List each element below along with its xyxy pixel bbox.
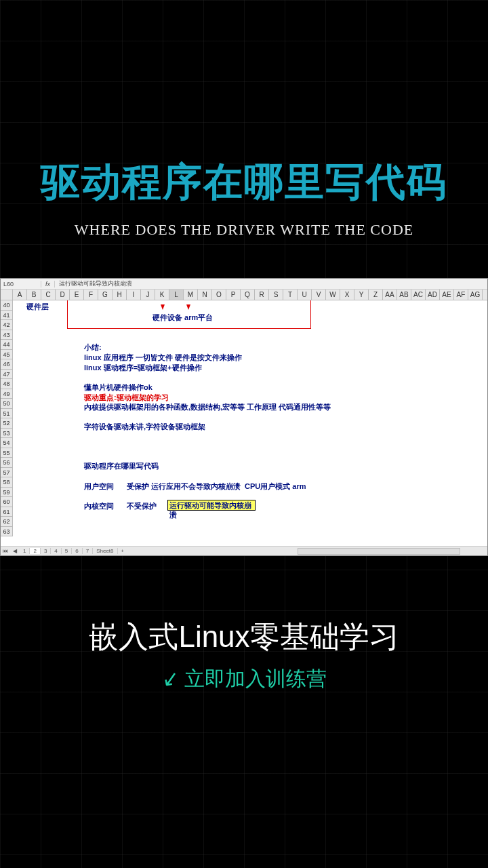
row-header[interactable]: 41 — [1, 311, 13, 321]
sheet-tab[interactable]: 6 — [72, 548, 82, 554]
row-header[interactable]: 49 — [1, 389, 13, 399]
content-cell: CPU用户模式 arm — [245, 481, 306, 492]
row-header[interactable]: 42 — [1, 320, 13, 330]
arrow-down-icon — [161, 304, 165, 310]
footer-cta[interactable]: ↙立即加入训练营 — [0, 665, 488, 693]
column-header[interactable]: Z — [369, 290, 383, 300]
footer-main-title: 嵌入式Linux零基础学习 — [0, 617, 488, 657]
tab-nav-first-icon[interactable]: ⏮ — [1, 548, 10, 554]
sheet-tab[interactable]: 7 — [83, 548, 93, 554]
content-cell: 受保护 运行应用不会导致内核崩溃 — [127, 481, 241, 492]
title-block: 驱动程序在哪里写代码 WHERE DOES THE DRIVER WRITE T… — [0, 156, 488, 239]
row-header[interactable]: 44 — [1, 340, 13, 350]
column-header[interactable]: AB — [397, 290, 411, 300]
column-header[interactable]: K — [155, 290, 169, 300]
row-header[interactable]: 48 — [1, 379, 13, 389]
content-line: 懂单片机硬件操作ok — [84, 382, 152, 393]
sub-title: WHERE DOES THE DRIVER WRITE THE CODE — [0, 221, 488, 239]
row-header[interactable]: 47 — [1, 370, 13, 380]
footer-block: 嵌入式Linux零基础学习 ↙立即加入训练营 — [0, 617, 488, 693]
content-line: 内核提供驱动框架用的各种函数,数据结构,宏等等 工作原理 代码通用性等等 — [84, 402, 331, 412]
content-line: 字符设备驱动来讲,字符设备驱动框架 — [84, 422, 205, 432]
row-header[interactable]: 63 — [1, 527, 13, 537]
column-header[interactable]: AD — [426, 290, 440, 300]
column-header[interactable]: A — [13, 290, 27, 300]
column-header[interactable]: E — [70, 290, 84, 300]
column-header[interactable]: B — [27, 290, 41, 300]
row-header[interactable]: 54 — [1, 438, 13, 448]
column-header[interactable]: AF — [454, 290, 468, 300]
row-header[interactable]: 55 — [1, 448, 13, 458]
arrow-down-icon — [186, 304, 190, 310]
column-header[interactable]: O — [212, 290, 226, 300]
column-header[interactable]: R — [255, 290, 269, 300]
horizontal-scrollbar[interactable] — [298, 548, 460, 555]
tab-add-icon[interactable]: + — [118, 548, 127, 554]
column-header[interactable]: W — [326, 290, 340, 300]
column-header[interactable]: G — [98, 290, 113, 300]
row-header[interactable]: 56 — [1, 458, 13, 468]
column-header[interactable]: AA — [383, 290, 397, 300]
column-header[interactable]: D — [56, 290, 70, 300]
column-header[interactable]: AG — [468, 290, 483, 300]
active-cell[interactable]: 运行驱动可能导致内核崩溃 — [167, 500, 256, 511]
column-header[interactable]: S — [269, 290, 283, 300]
grid-area[interactable]: 4041424344454647484950515253545556575859… — [1, 300, 487, 538]
row-header[interactable]: 51 — [1, 409, 13, 419]
sheet-tab[interactable]: 2 — [30, 548, 40, 554]
swoosh-arrow-icon: ↙ — [160, 665, 181, 692]
content-cell: 用户空间 — [84, 481, 114, 492]
tab-nav-prev-icon[interactable]: ◀ — [10, 548, 20, 554]
row-header[interactable]: 57 — [1, 468, 13, 478]
row-header[interactable]: 53 — [1, 429, 13, 439]
row-header[interactable]: 62 — [1, 517, 13, 527]
row-header[interactable]: 58 — [1, 477, 13, 488]
summary-title: 小结: — [84, 342, 102, 353]
column-headers: ABCDEFGHIJKLMNOPQRSTUVWXYZAAABACADAEAFAG — [1, 290, 487, 300]
column-header[interactable]: AE — [440, 290, 454, 300]
spreadsheet-window: L60 fx 运行驱动可能导致内核崩溃 ABCDEFGHIJKLMNOPQRST… — [0, 278, 488, 556]
sheet-tab[interactable]: 4 — [51, 548, 61, 554]
row-header[interactable]: 46 — [1, 359, 13, 370]
row-header[interactable]: 45 — [1, 350, 13, 360]
column-header[interactable]: I — [127, 290, 141, 300]
column-header[interactable]: L — [169, 290, 184, 300]
column-header[interactable]: J — [141, 290, 155, 300]
row-header[interactable]: 60 — [1, 497, 13, 507]
row-header[interactable]: 52 — [1, 418, 13, 429]
sheet-tab[interactable]: Sheet8 — [93, 548, 117, 554]
column-header[interactable]: H — [113, 290, 127, 300]
row-header[interactable]: 61 — [1, 507, 13, 517]
content-cell: 不受保护 — [127, 501, 157, 511]
cell-reference-box[interactable]: L60 — [1, 281, 41, 288]
row-header[interactable]: 43 — [1, 330, 13, 340]
column-header[interactable]: C — [41, 290, 56, 300]
column-header[interactable]: F — [84, 290, 98, 300]
main-title: 驱动程序在哪里写代码 — [0, 156, 488, 209]
row-header[interactable]: 59 — [1, 488, 13, 498]
column-header[interactable]: N — [198, 290, 212, 300]
content-line-emphasis: 驱动重点:驱动框架的学习 — [84, 393, 169, 403]
column-header[interactable]: P — [226, 290, 241, 300]
sheet-tab[interactable]: 3 — [41, 548, 51, 554]
formula-content[interactable]: 运行驱动可能导致内核崩溃 — [55, 279, 132, 288]
content-cell: 内核空间 — [84, 501, 114, 511]
select-all-corner[interactable] — [1, 290, 13, 300]
fx-icon[interactable]: fx — [41, 281, 55, 288]
column-header[interactable]: U — [298, 290, 312, 300]
row-header[interactable]: 40 — [1, 300, 13, 311]
column-header[interactable]: Q — [241, 290, 255, 300]
column-header[interactable]: Y — [354, 290, 369, 300]
sheet-tab[interactable]: 1 — [20, 548, 30, 554]
hardware-text: 硬件设备 arm平台 — [152, 313, 213, 323]
content-line: linux 应用程序 一切皆文件 硬件是按文件来操作 — [84, 353, 242, 363]
row-headers: 4041424344454647484950515253545556575859… — [1, 300, 13, 536]
column-header[interactable]: V — [312, 290, 326, 300]
sheet-tab[interactable]: 5 — [62, 548, 72, 554]
column-header[interactable]: AC — [411, 290, 426, 300]
hardware-layer-label: 硬件层 — [26, 302, 49, 312]
column-header[interactable]: T — [283, 290, 298, 300]
column-header[interactable]: X — [340, 290, 354, 300]
row-header[interactable]: 50 — [1, 399, 13, 409]
column-header[interactable]: M — [184, 290, 198, 300]
